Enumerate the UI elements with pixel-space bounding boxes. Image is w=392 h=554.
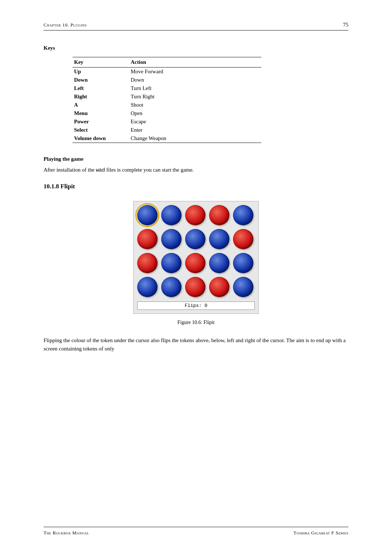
flipit-heading: 10.1.8 Flipit <box>44 183 348 190</box>
game-token[interactable] <box>185 277 205 297</box>
key-cell: Select <box>73 126 131 134</box>
page-number: 75 <box>343 22 348 28</box>
key-cell: Menu <box>73 109 131 118</box>
playing-section-body: After installation of the wad files is c… <box>44 166 348 174</box>
table-row: AShoot <box>73 101 261 109</box>
col-header-action: Action <box>131 57 261 67</box>
table-row: DownDown <box>73 76 261 84</box>
game-board: Flips: 0 <box>133 201 259 314</box>
action-cell: Open <box>131 109 261 118</box>
table-row: PowerEscape <box>73 118 261 126</box>
game-token[interactable] <box>209 277 229 297</box>
game-token[interactable] <box>233 277 253 297</box>
keys-table: Key Action UpMove ForwardDownDownLeftTur… <box>73 57 261 143</box>
game-token[interactable] <box>185 205 205 225</box>
game-token[interactable] <box>161 277 181 297</box>
game-token[interactable] <box>161 253 181 273</box>
game-token[interactable] <box>161 205 181 225</box>
action-cell: Move Forward <box>131 67 261 76</box>
key-cell: Left <box>73 84 131 93</box>
game-token[interactable] <box>161 229 181 249</box>
game-token[interactable] <box>209 229 229 249</box>
game-token[interactable] <box>233 253 253 273</box>
wad-code: wad <box>96 167 105 173</box>
table-row: LeftTurn Left <box>73 84 261 93</box>
game-grid <box>137 205 255 299</box>
game-token[interactable] <box>137 277 158 297</box>
chapter-header: Chapter 10. Plugins <box>44 22 87 28</box>
table-header-row: Key Action <box>73 57 261 67</box>
col-header-key: Key <box>73 57 131 67</box>
page-header: Chapter 10. Plugins 75 <box>44 22 348 30</box>
figure-caption: Figure 10.6: Flipit <box>177 320 215 325</box>
action-cell: Down <box>131 76 261 84</box>
game-token[interactable] <box>137 253 158 273</box>
action-cell: Change Weapon <box>131 134 261 143</box>
game-token[interactable] <box>209 205 229 225</box>
action-cell: Turn Right <box>131 93 261 101</box>
game-token[interactable] <box>137 205 158 225</box>
flips-bar: Flips: 0 <box>137 301 255 310</box>
table-row: Volume downChange Weapon <box>73 134 261 143</box>
key-cell: Down <box>73 76 131 84</box>
table-row: MenuOpen <box>73 109 261 118</box>
playing-section-title: Playing the game <box>44 156 348 162</box>
page: Chapter 10. Plugins 75 Keys Key Action U… <box>0 0 392 554</box>
table-row: SelectEnter <box>73 126 261 134</box>
key-cell: Power <box>73 118 131 126</box>
action-cell: Turn Left <box>131 84 261 93</box>
footer-left: The Rockbox manual <box>44 530 89 536</box>
table-row: RightTurn Right <box>73 93 261 101</box>
page-footer: The Rockbox manual Toshiba Gigabeat F Se… <box>44 527 348 536</box>
game-token[interactable] <box>209 253 229 273</box>
action-cell: Enter <box>131 126 261 134</box>
action-cell: Escape <box>131 118 261 126</box>
game-token[interactable] <box>233 205 253 225</box>
key-cell: Volume down <box>73 134 131 143</box>
footer-right: Toshiba Gigabeat F Series <box>293 530 348 536</box>
game-token[interactable] <box>185 253 205 273</box>
key-cell: Up <box>73 67 131 76</box>
flipit-description: Flipping the colour of the token under t… <box>44 336 348 353</box>
key-cell: Right <box>73 93 131 101</box>
keys-table-wrapper: Key Action UpMove ForwardDownDownLeftTur… <box>44 57 348 143</box>
key-cell: A <box>73 101 131 109</box>
game-token[interactable] <box>137 229 158 249</box>
game-token[interactable] <box>185 229 205 249</box>
game-token[interactable] <box>233 229 253 249</box>
action-cell: Shoot <box>131 101 261 109</box>
flipit-figure: Flips: 0 Figure 10.6: Flipit <box>44 201 348 325</box>
keys-section-title: Keys <box>44 45 348 51</box>
table-row: UpMove Forward <box>73 67 261 76</box>
